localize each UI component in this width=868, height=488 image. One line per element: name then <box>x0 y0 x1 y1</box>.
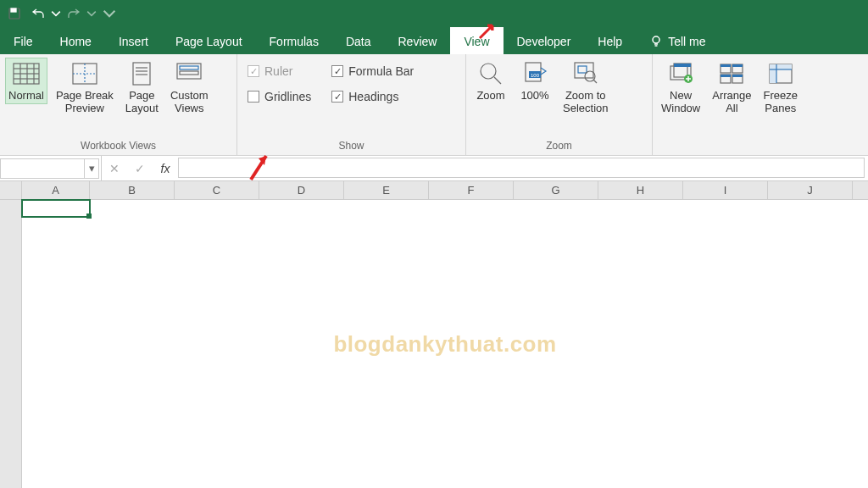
tell-me-label: Tell me <box>668 35 705 48</box>
redo-dropdown[interactable] <box>86 3 97 25</box>
column-header[interactable]: G <box>514 181 598 199</box>
svg-rect-38 <box>732 64 743 67</box>
tab-view[interactable]: View <box>450 27 503 54</box>
arrange-all-icon <box>717 59 746 88</box>
check-label: Headings <box>348 90 398 103</box>
ruler-checkbox: Ruler <box>248 63 311 80</box>
active-cell-selection <box>21 199 91 218</box>
zoom-to-selection-button[interactable]: Zoom to Selection <box>559 58 611 117</box>
button-label: Custom Views <box>170 90 209 115</box>
column-header[interactable]: F <box>429 181 514 199</box>
svg-rect-26 <box>578 66 587 73</box>
svg-rect-37 <box>721 64 731 67</box>
button-label: Zoom to Selection <box>563 90 608 115</box>
redo-button[interactable] <box>63 3 85 25</box>
formula-bar-checkbox[interactable]: Formula Bar <box>331 63 414 80</box>
insert-function-button[interactable]: fx <box>153 162 178 175</box>
undo-dropdown[interactable] <box>51 3 61 25</box>
headings-checkbox[interactable]: Headings <box>331 88 414 105</box>
button-label: 100% <box>520 90 548 103</box>
tab-file[interactable]: File <box>0 27 47 54</box>
column-header[interactable]: E <box>344 181 429 199</box>
tab-page-layout[interactable]: Page Layout <box>162 27 256 54</box>
svg-rect-13 <box>133 63 150 85</box>
zoom-selection-icon <box>571 59 600 88</box>
svg-rect-31 <box>674 64 691 67</box>
tab-developer[interactable]: Developer <box>504 27 585 54</box>
fx-icon: fx <box>161 162 170 175</box>
svg-rect-1 <box>11 8 16 12</box>
normal-view-button[interactable]: Normal <box>5 58 47 104</box>
check-label: Formula Bar <box>348 64 414 78</box>
svg-line-28 <box>593 80 597 83</box>
enter-formula-button[interactable]: ✓ <box>127 162 153 175</box>
x-icon: ✕ <box>109 162 120 175</box>
group-label-workbook-views: Workbook Views <box>5 138 231 155</box>
worksheet-area[interactable]: blogdankythuat.com <box>22 200 868 488</box>
svg-rect-40 <box>732 75 743 77</box>
name-box[interactable]: ▾ <box>0 158 99 179</box>
button-label: Page Layout <box>125 90 159 115</box>
column-header[interactable]: H <box>598 181 683 199</box>
freeze-panes-button[interactable]: Freeze Panes <box>760 58 801 117</box>
button-label: Freeze Panes <box>764 90 798 115</box>
group-label-show: Show <box>242 138 460 155</box>
cancel-formula-button[interactable]: ✕ <box>102 162 127 175</box>
zoom-100-button[interactable]: 100 100% <box>515 58 554 104</box>
zoom-button[interactable]: Zoom <box>471 58 510 104</box>
formula-input[interactable] <box>178 158 865 178</box>
svg-text:100: 100 <box>531 73 540 78</box>
check-label: Ruler <box>264 64 292 78</box>
tell-me-search[interactable]: Tell me <box>636 27 719 54</box>
button-label: New Window <box>661 90 700 115</box>
svg-rect-19 <box>180 71 198 75</box>
svg-point-20 <box>481 64 496 79</box>
column-header[interactable]: B <box>90 181 175 199</box>
button-label: Normal <box>8 90 44 103</box>
checkbox-icon[interactable] <box>331 91 343 103</box>
row-header-gutter[interactable] <box>0 200 22 488</box>
svg-rect-43 <box>770 64 792 69</box>
column-header[interactable]: C <box>175 181 259 199</box>
button-label: Page Break Preview <box>56 90 114 115</box>
tab-insert[interactable]: Insert <box>105 27 162 54</box>
tab-formulas[interactable]: Formulas <box>256 27 332 54</box>
svg-point-2 <box>653 36 659 43</box>
group-label-zoom: Zoom <box>471 138 647 155</box>
checkbox-icon[interactable] <box>248 91 259 103</box>
tab-review[interactable]: Review <box>385 27 451 54</box>
column-header[interactable]: J <box>768 181 853 199</box>
svg-rect-18 <box>180 66 198 69</box>
select-all-corner[interactable] <box>0 181 22 199</box>
tab-help[interactable]: Help <box>584 27 636 54</box>
column-header[interactable]: A <box>22 181 90 199</box>
custom-views-icon <box>175 59 203 88</box>
zoom-100-icon: 100 <box>520 59 549 88</box>
qat-customize[interactable] <box>98 3 120 25</box>
annotation-arrow-view-icon <box>477 20 498 43</box>
tab-home[interactable]: Home <box>47 27 105 54</box>
check-icon: ✓ <box>135 162 145 175</box>
zoom-icon <box>476 59 505 88</box>
freeze-panes-icon <box>766 59 795 88</box>
arrange-all-button[interactable]: Arrange All <box>709 58 754 117</box>
normal-view-icon <box>12 59 41 88</box>
tab-data[interactable]: Data <box>332 27 385 54</box>
page-layout-view-button[interactable]: Page Layout <box>122 58 162 117</box>
custom-views-button[interactable]: Custom Views <box>167 58 212 117</box>
watermark-text: blogdankythuat.com <box>333 331 556 358</box>
page-break-icon <box>70 59 99 88</box>
column-header[interactable]: D <box>259 181 344 199</box>
gridlines-checkbox[interactable]: Gridlines <box>248 88 311 105</box>
column-header[interactable]: I <box>683 181 768 199</box>
checkbox-icon[interactable] <box>331 65 343 77</box>
quickaccess-save[interactable] <box>3 3 25 25</box>
new-window-button[interactable]: New Window <box>658 58 704 117</box>
name-box-dropdown-icon[interactable]: ▾ <box>84 158 99 179</box>
page-break-preview-button[interactable]: Page Break Preview <box>53 58 117 117</box>
svg-rect-25 <box>575 63 593 78</box>
page-layout-icon <box>127 59 156 88</box>
svg-line-21 <box>494 77 501 84</box>
check-label: Gridlines <box>264 90 311 103</box>
undo-button[interactable] <box>27 3 49 25</box>
